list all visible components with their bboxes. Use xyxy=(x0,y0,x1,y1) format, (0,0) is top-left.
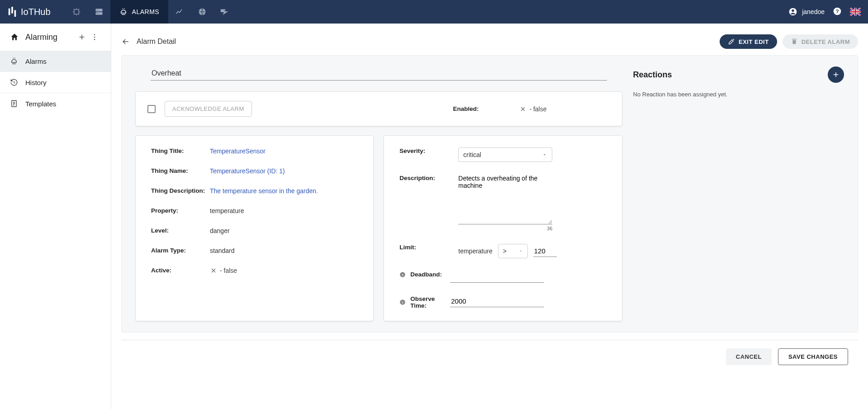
exit-edit-button[interactable]: Exit Edit xyxy=(720,34,777,49)
tools-icon xyxy=(728,38,735,45)
language-flag-uk[interactable] xyxy=(850,8,861,16)
nav-devices[interactable] xyxy=(65,0,88,24)
username: janedoe xyxy=(802,8,825,15)
svg-text:?: ? xyxy=(835,8,839,14)
deadband-label: i Deadband: xyxy=(399,271,450,278)
caret-down-icon xyxy=(518,249,523,253)
info-icon[interactable]: i xyxy=(399,299,406,305)
nav-globe[interactable] xyxy=(191,0,213,24)
svg-point-15 xyxy=(94,37,95,38)
footer: CANCEL SAVE CHANGES xyxy=(121,340,858,365)
caret-down-icon xyxy=(542,152,547,157)
ack-checkbox[interactable] xyxy=(147,105,156,113)
x-icon xyxy=(519,105,526,113)
enabled-value: - false xyxy=(519,105,546,113)
templates-icon xyxy=(10,100,18,108)
thing-title-label: Thing Title: xyxy=(151,147,210,154)
svg-point-16 xyxy=(94,39,95,40)
reactions-panel: Reactions No Reaction has been assigned … xyxy=(633,67,844,321)
back-button[interactable] xyxy=(121,37,130,46)
observe-input[interactable] xyxy=(450,295,544,307)
svg-point-10 xyxy=(792,10,794,12)
nav-alarms[interactable]: ALARMS xyxy=(110,0,169,24)
save-button[interactable]: SAVE CHANGES xyxy=(778,348,848,365)
limit-operator: > xyxy=(503,247,507,255)
x-icon xyxy=(210,267,217,274)
cancel-button[interactable]: CANCEL xyxy=(726,348,772,365)
svg-text:i: i xyxy=(402,300,403,304)
description-count: 36 xyxy=(458,226,552,231)
trash-icon xyxy=(791,38,798,45)
brand-logo-icon xyxy=(7,7,17,17)
brand[interactable]: IoTHub xyxy=(7,7,51,17)
exit-edit-label: Exit Edit xyxy=(739,38,769,45)
help-button[interactable]: ? xyxy=(833,7,842,17)
alarm-icon xyxy=(119,8,128,16)
thing-desc-link[interactable]: The temperature sensor in the garden. xyxy=(210,187,318,195)
globe-icon xyxy=(198,7,207,16)
speed-icon xyxy=(220,8,230,15)
nav-storage[interactable] xyxy=(88,0,110,24)
nav-alarms-label: ALARMS xyxy=(132,8,160,15)
ack-card: ACKNOWLEDGE ALARM Enabled: - false xyxy=(135,91,622,126)
alarm-name-input[interactable] xyxy=(151,67,607,81)
severity-label: Severity: xyxy=(399,147,458,154)
add-alarm-button[interactable] xyxy=(76,31,88,43)
user-menu[interactable]: janedoe xyxy=(788,7,825,16)
svg-rect-2 xyxy=(14,10,16,17)
help-icon: ? xyxy=(833,7,842,16)
sidebar-item-history[interactable]: History xyxy=(0,72,111,93)
brand-text: IoTHub xyxy=(21,7,51,17)
delete-alarm-button: Delete Alarm xyxy=(783,34,858,49)
acknowledge-button: ACKNOWLEDGE ALARM xyxy=(165,101,252,117)
history-icon xyxy=(10,78,18,86)
thing-name-label: Thing Name: xyxy=(151,167,210,174)
thing-desc-label: Thing Description: xyxy=(151,187,210,194)
nav-speed[interactable] xyxy=(213,0,236,24)
chart-line-icon xyxy=(175,7,184,16)
svg-rect-4 xyxy=(95,9,102,11)
property-value: temperature xyxy=(210,207,244,214)
nav-analytics[interactable] xyxy=(168,0,191,24)
observe-label: i Observe Time: xyxy=(399,295,450,309)
thing-name-link[interactable]: TemperatureSensor (ID: 1) xyxy=(210,167,285,175)
sidebar-item-templates[interactable]: Templates xyxy=(0,93,111,114)
svg-rect-5 xyxy=(95,12,102,15)
description-input[interactable] xyxy=(458,175,552,224)
limit-value-input[interactable] xyxy=(533,245,557,257)
topnav-right: janedoe ? xyxy=(788,7,861,17)
sidebar-item-label: Templates xyxy=(25,100,56,108)
sidebar-title: Alarming xyxy=(25,33,57,42)
top-nav: IoTHub ALARMS janedoe ? xyxy=(0,0,868,24)
limit-label: Limit: xyxy=(399,244,458,251)
gear-outline-icon xyxy=(72,7,81,16)
sidebar: Alarming Alarms History Templates xyxy=(0,24,111,409)
svg-point-7 xyxy=(97,13,98,14)
user-icon xyxy=(788,7,797,16)
arrow-left-icon xyxy=(121,37,130,46)
alarm-icon xyxy=(10,57,18,65)
plus-icon xyxy=(832,71,840,79)
page-title: Alarm Detail xyxy=(137,38,176,46)
severity-select[interactable]: critical xyxy=(458,147,552,162)
sidebar-item-alarms[interactable]: Alarms xyxy=(0,51,111,72)
reactions-empty: No Reaction has been assigned yet. xyxy=(633,91,844,98)
property-label: Property: xyxy=(151,207,210,214)
deadband-input[interactable] xyxy=(450,271,544,283)
severity-value: critical xyxy=(463,151,481,158)
thing-info-card: Thing Title: TemperatureSensor Thing Nam… xyxy=(135,135,374,321)
enabled-label: Enabled: xyxy=(453,105,479,112)
svg-point-6 xyxy=(97,10,98,10)
sidebar-menu[interactable] xyxy=(88,31,101,43)
limit-operator-select[interactable]: > xyxy=(498,244,528,258)
svg-rect-3 xyxy=(74,10,79,14)
more-vert-icon xyxy=(90,33,99,41)
sidebar-item-label: History xyxy=(25,79,47,86)
detail-panel: ACKNOWLEDGE ALARM Enabled: - false xyxy=(121,55,858,333)
server-icon xyxy=(95,7,104,16)
thing-title-link[interactable]: TemperatureSensor xyxy=(210,147,266,155)
add-reaction-button[interactable] xyxy=(828,67,844,83)
topnav-icons: ALARMS xyxy=(65,0,237,24)
info-icon[interactable]: i xyxy=(399,271,406,278)
sidebar-item-label: Alarms xyxy=(25,57,47,65)
